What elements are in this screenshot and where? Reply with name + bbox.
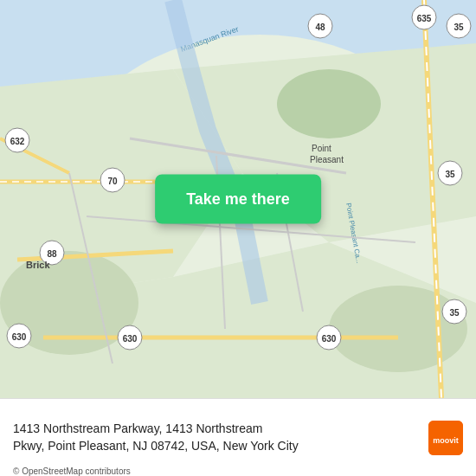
moovit-icon: moovit bbox=[428, 421, 463, 455]
svg-text:630: 630 bbox=[123, 334, 138, 344]
svg-text:70: 70 bbox=[107, 177, 118, 186]
svg-text:630: 630 bbox=[322, 334, 337, 344]
openstreetmap-credit: © OpenStreetMap contributors bbox=[13, 466, 131, 476]
footer: 1413 Northstream Parkway, 1413 Northstre… bbox=[0, 398, 476, 476]
svg-point-9 bbox=[329, 286, 467, 372]
svg-text:35: 35 bbox=[445, 170, 455, 179]
svg-text:Pleasant: Pleasant bbox=[310, 155, 344, 164]
svg-text:88: 88 bbox=[47, 249, 57, 259]
svg-text:635: 635 bbox=[417, 14, 432, 23]
svg-text:632: 632 bbox=[10, 137, 25, 146]
map-container: 35 35 35 70 88 630 630 632 630 635 48 bbox=[0, 0, 476, 398]
moovit-logo: moovit bbox=[428, 421, 463, 455]
svg-text:Point: Point bbox=[312, 144, 331, 153]
svg-text:630: 630 bbox=[12, 332, 27, 342]
svg-text:35: 35 bbox=[449, 308, 460, 318]
address-line2: Pkwy, Point Pleasant, NJ 08742, USA, New… bbox=[13, 439, 299, 453]
svg-text:48: 48 bbox=[315, 23, 325, 32]
address-text: 1413 Northstream Parkway, 1413 Northstre… bbox=[13, 421, 428, 454]
footer-address: 1413 Northstream Parkway, 1413 Northstre… bbox=[13, 421, 428, 454]
svg-point-10 bbox=[277, 69, 381, 138]
svg-text:moovit: moovit bbox=[433, 436, 459, 445]
svg-text:35: 35 bbox=[453, 23, 464, 32]
svg-text:Brick: Brick bbox=[26, 260, 50, 270]
take-me-there-button[interactable]: Take me there bbox=[155, 175, 321, 224]
address-line1: 1413 Northstream Parkway, 1413 Northstre… bbox=[13, 421, 262, 435]
